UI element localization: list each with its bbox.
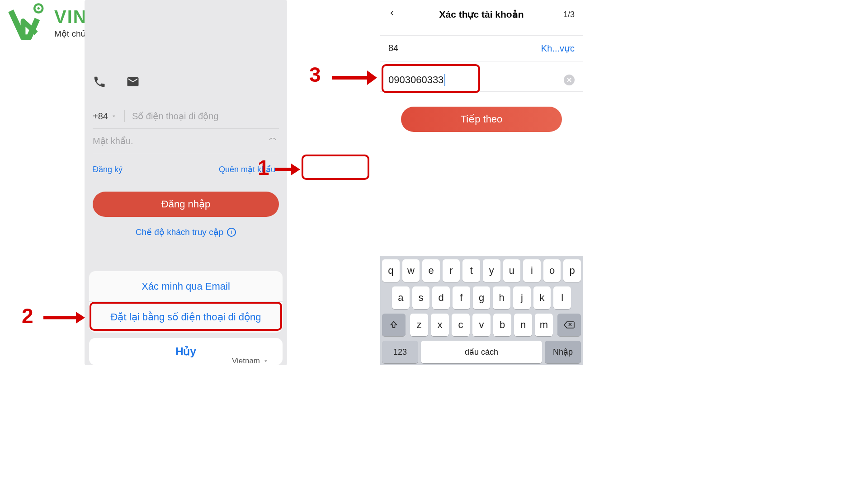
key-z[interactable]: z: [410, 314, 428, 336]
password-placeholder: Mật khẩu.: [93, 136, 266, 146]
key-m[interactable]: m: [535, 314, 553, 336]
key-k[interactable]: k: [533, 286, 551, 309]
svg-marker-9: [76, 312, 85, 324]
verify-email-option[interactable]: Xác minh qua Email: [89, 271, 283, 302]
key-l[interactable]: l: [553, 286, 571, 309]
key-t[interactable]: t: [462, 259, 480, 282]
forgot-password-link[interactable]: Quên mật khẩu: [215, 163, 279, 176]
clear-input-button[interactable]: [564, 75, 575, 85]
key-q[interactable]: q: [382, 259, 400, 282]
annotation-number-2: 2: [22, 304, 33, 328]
back-button[interactable]: [388, 8, 396, 21]
key-c[interactable]: c: [452, 314, 470, 336]
key-s[interactable]: s: [412, 286, 430, 309]
key-o[interactable]: o: [543, 259, 561, 282]
annotation-arrow-2: [42, 310, 85, 325]
numeric-keyboard-key[interactable]: 123: [382, 341, 418, 363]
key-v[interactable]: v: [472, 314, 491, 336]
key-w[interactable]: w: [402, 259, 420, 282]
key-h[interactable]: h: [493, 286, 510, 309]
svg-marker-7: [291, 164, 300, 175]
step-indicator: 1/3: [563, 10, 575, 19]
next-button[interactable]: Tiếp theo: [401, 107, 562, 132]
guest-mode-link[interactable]: Chế độ khách truy cập: [136, 227, 223, 237]
page-title: Xác thực tài khoản: [439, 9, 524, 20]
country-code-selector[interactable]: +84: [93, 111, 117, 122]
reset-by-phone-option[interactable]: Đặt lại bằng số điện thoại di động: [89, 302, 283, 333]
phone-number-input[interactable]: 0903060333: [388, 74, 445, 86]
chevron-left-icon: [388, 8, 396, 19]
key-e[interactable]: e: [422, 259, 440, 282]
key-a[interactable]: a: [392, 286, 410, 309]
chevron-down-icon: [111, 113, 117, 119]
key-g[interactable]: g: [473, 286, 491, 309]
key-f[interactable]: f: [453, 286, 470, 309]
language-label: Vietnam: [232, 357, 260, 366]
toggle-password-visibility-icon[interactable]: [266, 136, 279, 146]
close-icon: [567, 78, 571, 82]
key-i[interactable]: i: [523, 259, 541, 282]
phone-input-placeholder: Số điện thoại di động: [132, 111, 279, 122]
phone-input-row[interactable]: +84 Số điện thoại di động: [93, 104, 279, 129]
key-b[interactable]: b: [493, 314, 511, 336]
backspace-key[interactable]: [557, 314, 581, 336]
keyboard: qwertyuiop asdfghjkl zxcvbnm 123 dấu các…: [380, 256, 583, 365]
action-sheet: Xác minh qua Email Đặt lại bằng số điện …: [89, 271, 283, 333]
annotation-number-3: 3: [309, 62, 321, 87]
info-icon[interactable]: i: [227, 228, 236, 237]
annotation-arrow-3: [330, 69, 377, 87]
annotation-arrow-1: [273, 162, 300, 177]
verify-screen: Xác thực tài khoản 1/3 84 Kh...vực 09030…: [380, 0, 583, 365]
spacebar-key[interactable]: dấu cách: [421, 341, 542, 363]
chevron-down-icon: [263, 358, 269, 364]
key-p[interactable]: p: [563, 259, 581, 282]
country-code-value: +84: [93, 111, 108, 122]
key-x[interactable]: x: [431, 314, 449, 336]
language-selector[interactable]: Vietnam: [232, 357, 269, 366]
svg-marker-11: [367, 70, 377, 85]
backspace-icon: [564, 321, 575, 329]
key-n[interactable]: n: [514, 314, 532, 336]
login-button[interactable]: Đăng nhập: [93, 192, 279, 217]
key-d[interactable]: d: [432, 286, 450, 309]
signup-link[interactable]: Đăng ký: [93, 165, 123, 174]
annotation-number-1: 1: [258, 155, 269, 180]
phone-tab-icon[interactable]: [93, 75, 106, 90]
password-input-row[interactable]: Mật khẩu.: [93, 129, 279, 153]
annotation-box-1: [302, 155, 369, 180]
country-code-value: 84: [388, 43, 398, 54]
key-y[interactable]: y: [483, 259, 500, 282]
svg-point-1: [38, 7, 40, 9]
shift-key[interactable]: [382, 314, 406, 336]
shift-icon: [389, 320, 398, 329]
country-code-row[interactable]: 84 Kh...vực: [380, 35, 583, 61]
key-u[interactable]: u: [503, 259, 521, 282]
enter-key[interactable]: Nhập: [545, 341, 581, 363]
login-screen: +84 Số điện thoại di động Mật khẩu. Đăng…: [85, 0, 287, 365]
email-tab-icon[interactable]: [126, 75, 140, 90]
key-j[interactable]: j: [513, 286, 531, 309]
key-r[interactable]: r: [443, 259, 460, 282]
region-link[interactable]: Kh...vực: [541, 43, 575, 54]
brand-logo-mark: [5, 3, 50, 43]
